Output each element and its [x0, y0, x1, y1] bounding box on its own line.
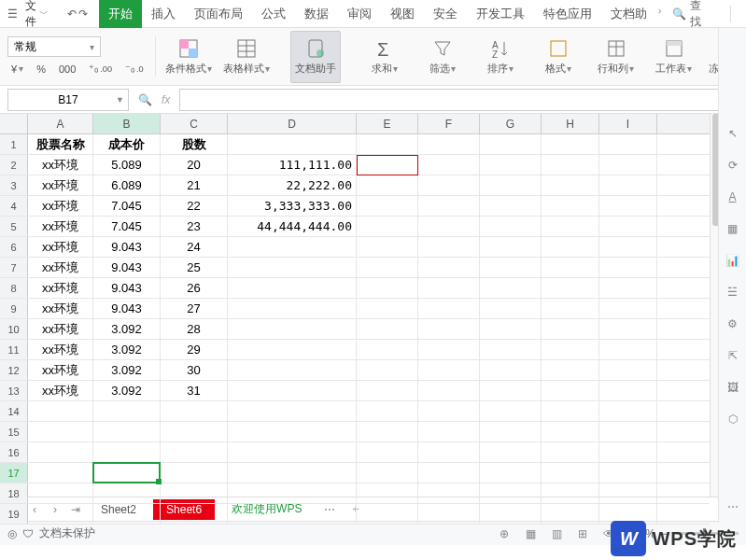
cancel-icon[interactable]: 🔍 — [138, 93, 152, 106]
cell[interactable]: 28 — [161, 319, 228, 339]
cell[interactable] — [228, 504, 357, 524]
cell[interactable]: xx环境 — [28, 155, 93, 175]
cell[interactable] — [480, 340, 542, 359]
cell[interactable] — [542, 196, 599, 216]
cell[interactable] — [542, 401, 599, 421]
row-header[interactable]: 16 — [0, 442, 28, 462]
cell[interactable] — [418, 463, 480, 483]
cell[interactable] — [357, 217, 418, 236]
cell[interactable]: 20 — [161, 155, 228, 175]
more-side-icon[interactable]: ⋯ — [725, 498, 741, 515]
tab-insert[interactable]: 插入 — [142, 0, 185, 28]
cell[interactable] — [93, 463, 161, 483]
cell[interactable] — [480, 504, 542, 524]
doc-helper-button[interactable]: 文档助手 — [290, 31, 341, 83]
cell[interactable] — [542, 278, 599, 298]
cell[interactable] — [93, 422, 161, 441]
tab-data[interactable]: 数据 — [295, 0, 338, 28]
cell[interactable]: 股票名称 — [28, 134, 93, 154]
cell[interactable] — [542, 175, 599, 195]
cell[interactable]: xx环境 — [28, 319, 93, 339]
cell[interactable]: xx环境 — [28, 258, 93, 277]
tab-review[interactable]: 审阅 — [338, 0, 381, 28]
dec-decimal-button[interactable]: ⁻₀.0 — [121, 61, 148, 77]
cell[interactable] — [228, 422, 357, 441]
cell[interactable] — [599, 422, 657, 441]
tab-security[interactable]: 安全 — [424, 0, 467, 28]
row-header[interactable]: 3 — [0, 175, 28, 195]
rows-cols-button[interactable]: 行和列▾ — [591, 31, 641, 83]
view-target-icon[interactable]: ⊕ — [496, 525, 513, 542]
col-header-I[interactable]: I — [599, 114, 657, 133]
cell[interactable] — [480, 463, 542, 483]
table-style-button[interactable]: 表格样式▾ — [221, 31, 272, 83]
col-header-F[interactable]: F — [418, 114, 480, 133]
row-header[interactable]: 7 — [0, 258, 28, 277]
app-menu-icon[interactable]: ☰ — [7, 7, 18, 21]
cell[interactable] — [418, 381, 480, 400]
cell[interactable] — [357, 463, 418, 483]
row-header[interactable]: 13 — [0, 381, 28, 400]
row-header[interactable]: 17 — [0, 463, 28, 483]
cell[interactable] — [599, 299, 657, 318]
cursor-icon[interactable]: ↖ — [725, 125, 741, 142]
cell[interactable] — [542, 504, 599, 524]
cell[interactable]: 22 — [161, 196, 228, 216]
cell[interactable] — [357, 155, 418, 175]
cell[interactable] — [542, 299, 599, 318]
cell[interactable]: 29 — [161, 340, 228, 359]
undo-icon[interactable]: ↶ — [67, 7, 77, 21]
cell[interactable] — [28, 504, 93, 524]
cell[interactable] — [357, 340, 418, 359]
cell[interactable] — [599, 463, 657, 483]
cell[interactable] — [357, 422, 418, 441]
cell[interactable] — [357, 237, 418, 257]
cell[interactable]: 26 — [161, 278, 228, 298]
cell[interactable]: xx环境 — [28, 340, 93, 359]
cell[interactable]: xx环境 — [28, 196, 93, 216]
cell[interactable] — [357, 196, 418, 216]
cell[interactable] — [357, 319, 418, 339]
cell[interactable] — [418, 237, 480, 257]
cell[interactable] — [357, 175, 418, 195]
cell[interactable] — [418, 258, 480, 277]
cell[interactable] — [542, 442, 599, 462]
cell[interactable] — [480, 442, 542, 462]
cell[interactable] — [599, 134, 657, 154]
cell[interactable] — [599, 483, 657, 503]
cell[interactable] — [228, 258, 357, 277]
cell[interactable] — [599, 401, 657, 421]
row-header[interactable]: 2 — [0, 155, 28, 175]
cell[interactable] — [480, 360, 542, 380]
export-icon[interactable]: ⇱ — [725, 347, 741, 364]
cell[interactable] — [418, 278, 480, 298]
row-header[interactable]: 4 — [0, 196, 28, 216]
cell[interactable]: 3.092 — [93, 360, 161, 380]
cell[interactable] — [542, 134, 599, 154]
tab-start[interactable]: 开始 — [99, 0, 142, 28]
cell[interactable] — [418, 483, 480, 503]
cell[interactable] — [93, 401, 161, 421]
cell[interactable] — [599, 319, 657, 339]
row-header[interactable]: 9 — [0, 299, 28, 318]
cell[interactable] — [28, 422, 93, 441]
cell[interactable] — [357, 258, 418, 277]
cell[interactable]: 22,222.00 — [228, 175, 357, 195]
cell[interactable] — [418, 299, 480, 318]
tab-doc-helper[interactable]: 文档助 — [601, 0, 656, 28]
row-header[interactable]: 14 — [0, 401, 28, 421]
percent-button[interactable]: % — [33, 62, 49, 77]
name-box[interactable]: B17 ▼ — [7, 89, 129, 111]
cell[interactable]: 9.043 — [93, 237, 161, 257]
row-header[interactable]: 11 — [0, 340, 28, 359]
cell[interactable]: xx环境 — [28, 299, 93, 318]
cell[interactable]: 7.045 — [93, 196, 161, 216]
view-break-icon[interactable]: ⊞ — [574, 525, 591, 542]
cell[interactable] — [542, 463, 599, 483]
cell[interactable]: 31 — [161, 381, 228, 400]
cell[interactable] — [93, 483, 161, 503]
refresh-icon[interactable]: ⟳ — [725, 157, 741, 174]
cell[interactable] — [357, 483, 418, 503]
cell[interactable] — [228, 463, 357, 483]
cell[interactable]: 111,111.00 — [228, 155, 357, 175]
